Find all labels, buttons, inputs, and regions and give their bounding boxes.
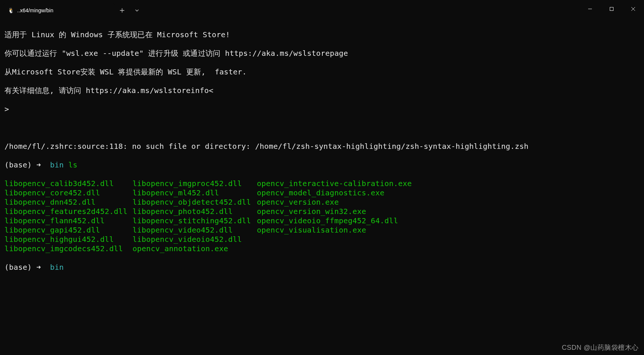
titlebar: 🐧 ..x64/mingw/bin xyxy=(0,0,644,18)
close-tab-button[interactable] xyxy=(103,6,112,15)
tab-active[interactable]: 🐧 ..x64/mingw/bin xyxy=(3,3,115,18)
ls-column: libopencv_calib3d452.dll libopencv_core4… xyxy=(4,179,133,253)
prompt-arrow: ➜ xyxy=(36,263,41,272)
blank-line xyxy=(4,123,640,132)
file-entry: libopencv_objdetect452.dll xyxy=(133,198,257,207)
prompt-line-current: (base) ➜ bin xyxy=(4,263,640,272)
file-entry: libopencv_video452.dll xyxy=(133,226,257,235)
svg-rect-0 xyxy=(610,7,613,11)
file-entry: libopencv_imgproc452.dll xyxy=(133,179,257,188)
file-entry: opencv_videoio_ffmpeg452_64.dll xyxy=(257,216,412,226)
file-entry: libopencv_dnn452.dll xyxy=(4,198,133,207)
banner-line: 有关详细信息, 请访问 https://aka.ms/wslstoreinfo< xyxy=(4,86,640,95)
banner-line: > xyxy=(4,105,640,114)
ls-column: libopencv_imgproc452.dll libopencv_ml452… xyxy=(133,179,257,253)
ls-output: libopencv_calib3d452.dll libopencv_core4… xyxy=(4,179,640,253)
file-entry: opencv_model_diagnostics.exe xyxy=(257,188,412,198)
file-entry: libopencv_ml452.dll xyxy=(133,188,257,198)
file-entry: libopencv_stitching452.dll xyxy=(133,216,257,226)
file-entry: opencv_annotation.exe xyxy=(133,244,257,253)
file-entry: opencv_interactive-calibration.exe xyxy=(257,179,412,188)
file-entry: libopencv_imgcodecs452.dll xyxy=(4,244,133,253)
ls-column: opencv_interactive-calibration.exe openc… xyxy=(257,179,412,253)
prompt-line: (base) ➜ bin ls xyxy=(4,160,640,170)
file-entry: libopencv_features2d452.dll xyxy=(4,207,133,216)
minimize-button[interactable] xyxy=(579,0,601,18)
penguin-icon: 🐧 xyxy=(7,7,14,14)
error-line: /home/fl/.zshrc:source:118: no such file… xyxy=(4,142,640,151)
file-entry: opencv_visualisation.exe xyxy=(257,226,412,235)
terminal-viewport[interactable]: 适用于 Linux 的 Windows 子系统现已在 Microsoft Sto… xyxy=(0,18,644,284)
prompt-env: (base) xyxy=(4,263,32,272)
prompt-dir: bin xyxy=(50,160,64,169)
file-entry: libopencv_calib3d452.dll xyxy=(4,179,133,188)
file-entry: libopencv_flann452.dll xyxy=(4,216,133,226)
banner-line: 你可以通过运行 "wsl.exe --update" 进行升级 或通过访问 ht… xyxy=(4,49,640,58)
tab-dropdown-button[interactable] xyxy=(130,3,144,18)
maximize-button[interactable] xyxy=(601,0,622,18)
titlebar-drag-area[interactable] xyxy=(144,0,579,18)
prompt-env: (base) xyxy=(4,160,32,169)
prompt-dir: bin xyxy=(50,263,64,272)
close-window-button[interactable] xyxy=(622,0,644,18)
banner-line: 适用于 Linux 的 Windows 子系统现已在 Microsoft Sto… xyxy=(4,30,640,39)
watermark-text: CSDN @山药脑袋檀木心 xyxy=(562,343,639,352)
file-entry: libopencv_gapi452.dll xyxy=(4,226,133,235)
file-entry: opencv_version_win32.exe xyxy=(257,207,412,216)
file-entry: libopencv_highgui452.dll xyxy=(4,235,133,244)
window-controls xyxy=(579,0,644,18)
tab-title: ..x64/mingw/bin xyxy=(17,7,53,13)
file-entry: opencv_version.exe xyxy=(257,198,412,207)
banner-line: 从Microsoft Store安装 WSL 将提供最新的 WSL 更新, fa… xyxy=(4,67,640,77)
prompt-cmd: ls xyxy=(68,160,77,169)
new-tab-button[interactable] xyxy=(115,3,130,18)
file-entry: libopencv_photo452.dll xyxy=(133,207,257,216)
tab-strip: 🐧 ..x64/mingw/bin xyxy=(0,0,144,18)
file-entry: libopencv_core452.dll xyxy=(4,188,133,198)
file-entry: libopencv_videoio452.dll xyxy=(133,235,257,244)
prompt-arrow: ➜ xyxy=(36,160,41,169)
